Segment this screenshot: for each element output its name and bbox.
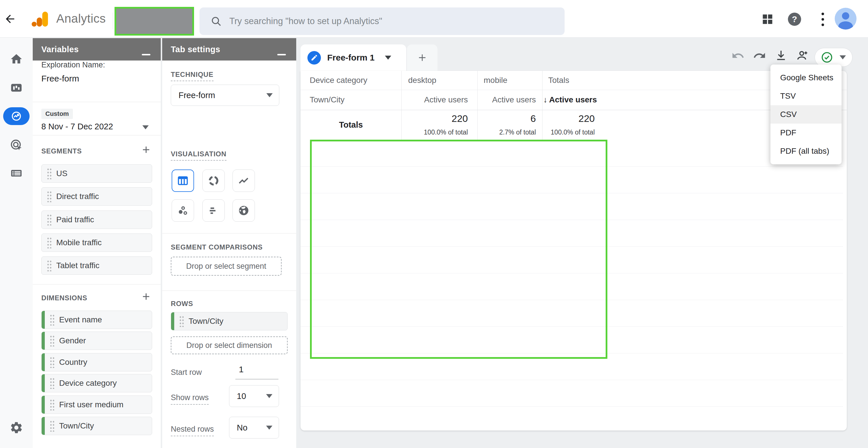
sidebar-item-explore[interactable]: [0, 107, 33, 125]
exploration-name-value[interactable]: Free-form: [41, 74, 79, 83]
rows-dimension-chip[interactable]: Town/City: [171, 312, 288, 331]
col-header-mobile[interactable]: mobile: [484, 71, 507, 90]
top-app-bar: Analytics Try searching "how to set up A…: [0, 0, 868, 38]
show-rows-select[interactable]: 10: [229, 385, 279, 407]
dimension-chip[interactable]: Town/City: [41, 417, 152, 435]
dimension-chip[interactable]: Device category: [41, 374, 152, 392]
tab-caret-icon[interactable]: [385, 56, 391, 60]
share-users-button[interactable]: [796, 49, 809, 62]
cell-selection-rectangle[interactable]: [310, 140, 608, 359]
help-button[interactable]: ?: [787, 12, 802, 27]
explore-selected-pill: [3, 107, 30, 125]
left-nav-rail: [0, 38, 33, 448]
drag-handle-icon: [50, 420, 55, 432]
chevron-down-icon: [266, 426, 272, 429]
dimension-chip[interactable]: Gender: [41, 332, 152, 350]
variables-panel-header: Variables: [33, 38, 161, 61]
export-status-button[interactable]: [815, 48, 852, 67]
dimensions-label: DIMENSIONS: [41, 294, 87, 302]
drag-handle-icon: [179, 315, 184, 327]
add-segment-icon[interactable]: [141, 144, 152, 155]
dimension-dropzone[interactable]: Drop or select dimension: [171, 337, 288, 354]
tab-free-form-1[interactable]: Free-form 1: [301, 44, 406, 71]
drag-handle-icon: [50, 335, 55, 346]
exploration-main-area: Free-form 1: [296, 38, 868, 448]
vis-line-button[interactable]: [232, 170, 255, 192]
tab-settings-header: Tab settings: [162, 38, 296, 61]
geo-map-icon: [237, 204, 250, 217]
nested-rows-label: Nested rows: [171, 425, 214, 436]
account-selector-redacted[interactable]: [115, 7, 194, 36]
date-range-badge: Custom: [41, 109, 73, 119]
segment-chip[interactable]: Mobile traffic: [41, 234, 152, 252]
tab-settings-title: Tab settings: [171, 45, 220, 54]
sidebar-item-home[interactable]: [0, 50, 33, 68]
drag-handle-icon: [47, 260, 52, 271]
segment-chip[interactable]: US: [41, 164, 152, 183]
date-range-caret-icon[interactable]: [143, 125, 149, 129]
metric-header-totals-sorted[interactable]: ↓ Active users: [544, 90, 597, 110]
google-apps-button[interactable]: [760, 12, 775, 27]
vis-bar-button[interactable]: [203, 199, 225, 222]
vis-table-button[interactable]: [172, 170, 194, 192]
totals-mobile-value: 6: [477, 111, 542, 126]
redo-button[interactable]: [753, 49, 766, 62]
drag-handle-icon: [47, 168, 52, 179]
minimize-variables-icon[interactable]: [142, 54, 150, 55]
menu-item-tsv[interactable]: TSV: [770, 87, 842, 105]
drag-handle-icon: [47, 214, 52, 226]
menu-item-pdf-all-tabs[interactable]: PDF (all tabs): [770, 142, 842, 160]
search-icon: [210, 15, 222, 27]
add-dimension-icon[interactable]: [141, 291, 152, 302]
vis-geo-button[interactable]: [232, 199, 255, 222]
analytics-logo-icon: [29, 9, 52, 29]
vis-donut-button[interactable]: [203, 170, 225, 192]
metric-header-mobile[interactable]: Active users: [477, 90, 542, 110]
segment-chip[interactable]: Direct traffic: [41, 187, 152, 206]
sidebar-item-library[interactable]: [0, 165, 33, 182]
menu-item-pdf[interactable]: PDF: [770, 124, 842, 142]
vis-scatter-button[interactable]: [172, 199, 194, 222]
totals-total-value: 220: [542, 111, 608, 126]
totals-mobile-share: 2.7% of total: [477, 127, 542, 137]
sidebar-item-advertising[interactable]: [0, 137, 33, 154]
library-icon: [10, 167, 23, 180]
segment-chip[interactable]: Paid traffic: [41, 210, 152, 229]
segment-dropzone[interactable]: Drop or select segment: [171, 257, 282, 276]
undo-icon: [732, 49, 745, 62]
empty-row-divider: [301, 406, 843, 407]
dimension-chip[interactable]: Country: [41, 353, 152, 371]
date-range-value[interactable]: 8 Nov - 7 Dec 2022: [41, 122, 113, 131]
chevron-down-icon: [267, 93, 273, 97]
apps-grid-icon: [761, 13, 774, 26]
segments-label: SEGMENTS: [41, 147, 82, 155]
sidebar-item-reports[interactable]: [0, 79, 33, 96]
menu-item-google-sheets[interactable]: Google Sheets: [770, 69, 842, 87]
visualisation-label: VISUALISATION: [171, 150, 226, 161]
nested-rows-select[interactable]: No: [229, 417, 279, 439]
edit-tab-icon: [307, 51, 321, 65]
dimension-chip[interactable]: Event name: [41, 311, 152, 329]
add-tab-button[interactable]: [407, 44, 437, 71]
segment-chip[interactable]: Tablet traffic: [41, 256, 152, 275]
start-row-input[interactable]: 1: [236, 365, 278, 379]
dimension-chip[interactable]: First user medium: [41, 395, 152, 414]
minimize-tab-settings-icon[interactable]: [277, 54, 286, 55]
col-header-desktop[interactable]: desktop: [408, 71, 436, 90]
menu-item-csv[interactable]: CSV: [770, 105, 842, 124]
download-button[interactable]: [774, 49, 787, 62]
more-options-button[interactable]: [817, 11, 828, 28]
variables-panel: Variables Exploration Name: Free-form Cu…: [33, 38, 161, 448]
metric-header-desktop[interactable]: Active users: [401, 90, 477, 110]
totals-desktop-share: 100.0% of total: [401, 127, 477, 137]
reports-icon: [10, 81, 23, 94]
col-header-totals[interactable]: Totals: [548, 71, 569, 90]
sidebar-item-settings[interactable]: [0, 419, 33, 436]
back-button[interactable]: [3, 12, 17, 26]
undo-button[interactable]: [732, 49, 745, 62]
technique-select[interactable]: Free-form: [171, 84, 279, 106]
search-input[interactable]: Try searching "how to set up Analytics": [199, 7, 565, 35]
col-header-device-category[interactable]: Device category: [310, 71, 367, 90]
row-header-town-city[interactable]: Town/City: [310, 90, 344, 110]
account-avatar[interactable]: [835, 8, 857, 30]
